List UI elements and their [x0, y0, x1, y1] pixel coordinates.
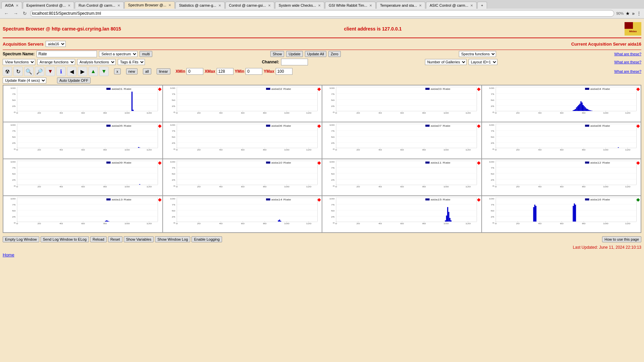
- auto-update-button[interactable]: Auto Update OFF: [57, 77, 91, 83]
- svg-rect-376: [105, 221, 106, 222]
- address-input[interactable]: [30, 10, 614, 17]
- ymax-input[interactable]: [276, 68, 292, 75]
- tab-control[interactable]: Control @ carme-gsi...✕: [225, 2, 274, 9]
- chart-cell-aida11[interactable]: ◆1007550250020406080100120aida11 Rate: [322, 159, 482, 196]
- svg-text:aida16 Rate: aida16 Rate: [590, 198, 610, 201]
- radiation-icon-btn[interactable]: ☢: [3, 67, 12, 76]
- chart-cell-aida03[interactable]: ◆1007550250020406080100120aida03 Rate: [322, 85, 482, 122]
- svg-rect-380: [106, 198, 111, 200]
- chart-cell-aida10[interactable]: ◆1007550250020406080100120aida10 Rate: [163, 159, 322, 196]
- extensions-icon[interactable]: »: [632, 11, 635, 16]
- reset-button[interactable]: Reset: [108, 236, 122, 242]
- tab-run[interactable]: Run Control @ carm...✕: [75, 2, 124, 9]
- svg-text:20: 20: [356, 223, 360, 225]
- reload-button[interactable]: Reload: [90, 236, 107, 242]
- svg-text:25: 25: [172, 105, 175, 108]
- svg-text:75: 75: [491, 130, 494, 132]
- xmax-input[interactable]: [217, 68, 233, 75]
- show-window-log-button[interactable]: Show Window Log: [155, 236, 190, 242]
- refresh-button[interactable]: ↻: [21, 10, 28, 17]
- tab-system[interactable]: System wide Checks...✕: [275, 2, 324, 9]
- chart-cell-aida02[interactable]: ◆1007550250020406080100120aida02 Rate: [163, 85, 322, 122]
- all-button[interactable]: all: [143, 68, 151, 74]
- chart-cell-aida05[interactable]: ◆1007550250020406080100120aida05 Rate: [3, 122, 163, 159]
- tab-experiment[interactable]: Experiment Control @...✕: [23, 2, 74, 9]
- svg-text:0: 0: [492, 185, 494, 187]
- svg-text:50: 50: [491, 210, 494, 212]
- what-these-1-link[interactable]: What are these?: [614, 52, 641, 56]
- svg-text:80: 80: [263, 186, 267, 188]
- update-rate-select[interactable]: Update Rate (4 secs): [3, 77, 46, 83]
- show-button[interactable]: Show: [270, 51, 284, 57]
- zoom-in-icon-btn[interactable]: 🔍: [24, 67, 34, 76]
- home-link[interactable]: Home: [3, 252, 14, 257]
- x-button[interactable]: x: [114, 68, 121, 74]
- view-functions-select[interactable]: View functions: [3, 59, 35, 65]
- tab-add[interactable]: +: [477, 2, 487, 9]
- update-all-button[interactable]: Update All: [305, 51, 326, 57]
- refresh-icon-btn[interactable]: ↻: [13, 67, 23, 76]
- prev-icon-btn[interactable]: ◀: [67, 67, 76, 76]
- tab-temp[interactable]: Temperature and sta...✕: [376, 2, 425, 9]
- chart-cell-aida14[interactable]: ◆1007550250020406080100120aida14 Rate: [163, 196, 322, 233]
- chart-cell-aida08[interactable]: ◆1007550250020406080100120aida08 Rate: [482, 122, 641, 159]
- how-to-use-button[interactable]: How to use this page: [602, 236, 641, 242]
- tab-aida[interactable]: AIDA✕: [1, 2, 22, 9]
- up-icon-btn[interactable]: ▲: [89, 67, 98, 76]
- zoom-out-icon-btn[interactable]: 🔎: [35, 67, 44, 76]
- diamond-aida11: ◆: [477, 160, 481, 165]
- empty-log-button[interactable]: Empty Log Window: [3, 236, 39, 242]
- tags-fits-select[interactable]: Tags & Fits: [118, 59, 145, 65]
- chart-cell-aida15[interactable]: ◆1007550250020406080100120aida15 Rate: [322, 196, 482, 233]
- down-icon-btn[interactable]: ▼: [99, 67, 109, 76]
- multi-button[interactable]: multi: [140, 51, 152, 57]
- tab-statistics[interactable]: Statistics @ carme-g...✕: [175, 2, 225, 9]
- new-button[interactable]: new: [126, 68, 138, 74]
- zero-button[interactable]: Zero: [328, 51, 341, 57]
- forward-button[interactable]: →: [12, 10, 19, 17]
- chart-svg-aida01: 1007550250020406080100120aida01 Rate: [4, 86, 162, 116]
- svg-text:20: 20: [356, 149, 360, 151]
- menu-icon[interactable]: ⋮: [637, 11, 641, 16]
- num-galleries-select[interactable]: Number of Galleries: [425, 59, 467, 65]
- chart-cell-aida06[interactable]: ◆1007550250020406080100120aida06 Rate: [163, 122, 322, 159]
- bookmark-icon[interactable]: ★: [626, 11, 630, 16]
- send-log-button[interactable]: Send Log Window to ELog: [41, 236, 89, 242]
- show-variables-button[interactable]: Show Variables: [124, 236, 154, 242]
- chart-cell-aida04[interactable]: ◆1007550250020406080100120aida04 Rate: [482, 85, 641, 122]
- svg-text:100: 100: [170, 161, 175, 163]
- svg-text:100: 100: [489, 87, 494, 89]
- acq-server-select[interactable]: aida16: [46, 41, 66, 47]
- what-these-2-link[interactable]: What are these?: [614, 60, 641, 64]
- xmin-input[interactable]: [186, 68, 203, 75]
- ymin-input[interactable]: [246, 68, 262, 75]
- tab-asic[interactable]: ASIC Control @ carm...✕: [426, 2, 477, 9]
- update-button[interactable]: Update: [286, 51, 303, 57]
- svg-rect-378: [107, 221, 108, 222]
- tab-gsi[interactable]: GSI White Rabbit Tim...✕: [325, 2, 376, 9]
- layout-select[interactable]: Layout ID=1: [469, 59, 497, 65]
- chart-cell-aida13[interactable]: ◆1007550250020406080100120aida13 Rate: [3, 196, 163, 233]
- analysis-functions-select[interactable]: Analysis functions: [77, 59, 116, 65]
- chart-cell-aida07[interactable]: ◆1007550250020406080100120aida07 Rate: [322, 122, 482, 159]
- chart-cell-aida01[interactable]: ◆1007550250020406080100120aida01 Rate: [3, 85, 163, 122]
- channel-input[interactable]: [281, 59, 308, 65]
- chart-cell-aida16[interactable]: ◆1007550250020406080100120aida16 Rate: [482, 196, 641, 233]
- chart-svg-aida14: 1007550250020406080100120aida14 Rate: [164, 197, 321, 226]
- svg-text:0: 0: [333, 185, 335, 187]
- tab-spectrum[interactable]: Spectrum Browser @...✕: [124, 1, 175, 9]
- what-these-3-link[interactable]: What are these?: [614, 69, 641, 73]
- back-button[interactable]: ←: [3, 10, 10, 17]
- enable-logging-button[interactable]: Enable Logging: [192, 236, 222, 242]
- info-icon-btn[interactable]: ℹ: [56, 67, 66, 76]
- select-spectrum-dropdown[interactable]: Select a spectrum: [99, 51, 138, 57]
- next-icon-btn[interactable]: ▶: [78, 67, 87, 76]
- spectra-functions-select[interactable]: Spectra functions: [459, 51, 496, 57]
- linear-button[interactable]: linear: [157, 68, 170, 74]
- spectrum-name-input[interactable]: [37, 51, 97, 57]
- chart-cell-aida12[interactable]: ◆1007550250020406080100120aida12 Rate: [482, 159, 641, 196]
- svg-text:60: 60: [241, 149, 245, 151]
- settings-icon-btn[interactable]: ▼: [46, 67, 55, 76]
- arrange-functions-select[interactable]: Arrange functions: [37, 59, 75, 65]
- chart-cell-aida09[interactable]: ◆1007550250020406080100120aida09 Rate: [3, 159, 163, 196]
